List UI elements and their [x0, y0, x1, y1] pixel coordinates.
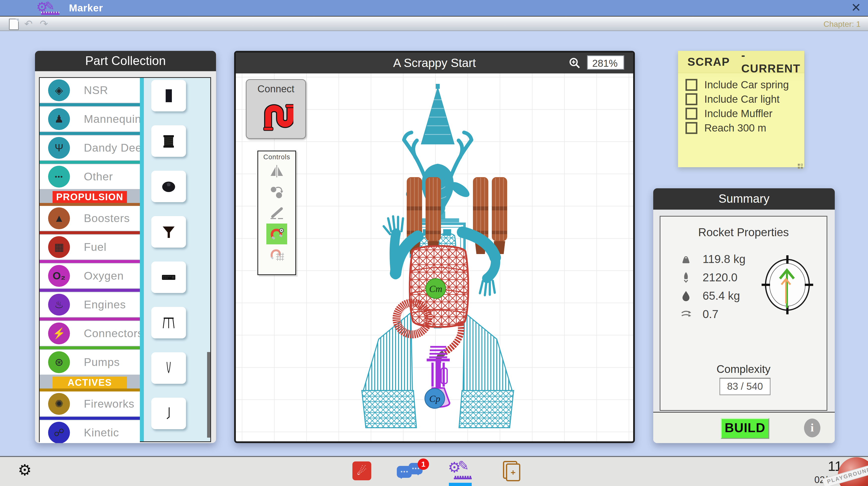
close-icon[interactable]: ✕ — [851, 0, 861, 14]
category-dandy-deer[interactable]: Ψ Dandy Deer — [40, 135, 140, 160]
notification-badge: 1 — [417, 458, 429, 470]
section-actives: ACTIVES — [40, 374, 140, 392]
weight-icon — [680, 253, 692, 265]
category-oxygen[interactable]: O₂ Oxygen — [40, 264, 140, 288]
fireworks-icon: ✺ — [48, 393, 70, 415]
svg-text:Cm: Cm — [429, 283, 442, 294]
part-thumbnail-tweezers[interactable] — [151, 352, 186, 384]
part-thumbnail-keyboard[interactable] — [151, 262, 186, 293]
category-mannequin[interactable]: ♟ Mannequin — [40, 107, 140, 131]
checkbox-car-light[interactable] — [685, 93, 698, 105]
category-fireworks[interactable]: ✺ Fireworks — [40, 392, 140, 416]
duplicate-rotate-tool[interactable] — [258, 182, 296, 203]
complexity-label: Complexity — [660, 363, 827, 375]
pencil-icon: ✎ — [44, 0, 55, 13]
separator — [40, 346, 140, 350]
settings-gear-icon[interactable]: ⚙ — [18, 461, 32, 479]
category-scrollbar[interactable] — [140, 78, 144, 442]
playground-watermark: PLAYGROUND — [835, 455, 868, 486]
taskbar-app-comet[interactable]: ☄ — [352, 461, 371, 480]
summary-panel: Summary Rocket Properties 119.8 kg 2120.… — [653, 188, 835, 443]
part-thumbnail-bent-rod[interactable] — [151, 398, 186, 429]
category-list: ◈ NSR ♟ Mannequin Ψ Dandy Deer ••• Other — [40, 78, 140, 442]
checklist-item: Reach 300 m — [685, 121, 804, 135]
summary-title: Summary — [653, 188, 835, 210]
connect-tool-button[interactable]: Connect — [246, 79, 306, 139]
taskbar-app-chat[interactable]: ✶✶✶ ✶✶✶ 1 — [397, 462, 429, 482]
canvas-grid-area[interactable]: Connect Controls — [236, 73, 633, 442]
rocket-model[interactable]: Cm Cp — [356, 82, 520, 430]
part-thumbnail-funnel[interactable] — [151, 216, 186, 248]
part-thumbnail-ball[interactable] — [151, 171, 186, 202]
plug-icon: ⚡ — [48, 323, 70, 344]
scrap-checklist-note[interactable]: SCRAP - CURRENT Include Car spring Inclu… — [678, 51, 804, 167]
separator — [40, 260, 140, 264]
mirror-flip-tool[interactable] — [258, 161, 296, 182]
chisel-tool[interactable] — [258, 203, 296, 223]
checkbox-car-spring[interactable] — [685, 79, 698, 91]
part-thumbnail-coil[interactable] — [151, 125, 186, 157]
model-foot-right — [459, 391, 514, 428]
propulsion-banner: PROPULSION — [53, 191, 127, 203]
part-thumbnail-pipe[interactable] — [151, 80, 186, 112]
zoom-magnifier-icon[interactable] — [568, 57, 581, 69]
rocket-properties-box: Rocket Properties 119.8 kg 2120.0 — [660, 216, 827, 411]
category-connectors[interactable]: ⚡ Connectors — [40, 321, 140, 346]
active-app-indicator — [449, 483, 472, 486]
booster-rocket-icon: ▲ — [48, 207, 70, 229]
thumbnail-scrollbar[interactable] — [207, 352, 210, 437]
taskbar-app-cards[interactable]: + — [502, 461, 522, 481]
category-boosters[interactable]: ▲ Boosters — [40, 206, 140, 231]
card-plus-icon: + — [506, 463, 520, 481]
mannequin-icon: ♟ — [48, 108, 70, 130]
magnet-grid-tool[interactable] — [258, 244, 296, 265]
droplet-icon — [680, 290, 692, 301]
category-kinetic[interactable]: ☍ Kinetic — [40, 420, 140, 443]
part-thumbnail-frame[interactable] — [151, 307, 186, 338]
app-window: ⚙ ✎ Marker ✕ ↶ ↷ Chapter: 1 Part Collect… — [0, 0, 868, 486]
center-of-mass-marker: Cm — [426, 279, 446, 299]
model-foot-left — [362, 391, 416, 428]
separator — [40, 317, 140, 321]
pipe-icon — [259, 96, 293, 133]
banner-underline — [40, 389, 140, 392]
separator — [40, 288, 140, 292]
separator — [40, 131, 140, 135]
title-bar: ⚙ ✎ Marker ✕ — [0, 0, 868, 17]
category-fuel[interactable]: ▦ Fuel — [40, 235, 140, 260]
new-document-icon[interactable] — [9, 19, 19, 30]
complexity-value: 83 / 540 — [719, 378, 771, 395]
connect-label: Connect — [247, 83, 305, 94]
part-collection-panel: Part Collection ◈ NSR ♟ Mannequin Ψ Dand… — [35, 51, 216, 443]
category-nsr[interactable]: ◈ NSR — [40, 78, 140, 103]
svg-text:Cp: Cp — [429, 393, 440, 404]
info-icon[interactable]: i — [804, 419, 820, 437]
thrust-rocket-icon — [680, 272, 692, 283]
pencil-icon: ✎ — [458, 458, 469, 474]
checkbox-reach-300m[interactable] — [685, 122, 698, 134]
actives-banner: ACTIVES — [53, 376, 127, 389]
summary-footer: BUILD i — [653, 412, 835, 443]
zoom-level-input[interactable]: 281% — [587, 55, 624, 70]
taskbar: ⚙ ☄ ✶✶✶ ✶✶✶ 1 ⚙ ✎ + 11:44 02/12/2019 — [0, 456, 868, 486]
redo-icon[interactable]: ↷ — [40, 18, 48, 30]
note-resize-grip[interactable] — [801, 164, 802, 165]
category-engines[interactable]: ♨ Engines — [40, 292, 140, 317]
undo-icon[interactable]: ↶ — [24, 18, 33, 30]
checkbox-muffler[interactable] — [685, 108, 698, 120]
magnet-tool-selected[interactable] — [266, 223, 287, 244]
rocket-properties-title: Rocket Properties — [660, 225, 827, 239]
part-collection-body: ◈ NSR ♟ Mannequin Ψ Dandy Deer ••• Other — [39, 77, 211, 442]
build-button[interactable]: BUILD — [721, 418, 769, 439]
separator — [40, 416, 140, 420]
category-other[interactable]: ••• Other — [40, 164, 140, 189]
oxygen-o2-icon: O₂ — [48, 265, 70, 287]
fuel-can-icon: ▦ — [48, 236, 70, 258]
separator — [40, 103, 140, 107]
center-of-pressure-marker: Cp — [425, 389, 445, 408]
build-canvas-panel: A Scrappy Start 281% Connect Controls — [234, 51, 635, 443]
ruler-icon — [41, 12, 60, 15]
taskbar-app-marker[interactable]: ⚙ ✎ — [448, 459, 472, 480]
model-cone-hat — [421, 84, 455, 144]
category-pumps[interactable]: ⊛ Pumps — [40, 350, 140, 374]
